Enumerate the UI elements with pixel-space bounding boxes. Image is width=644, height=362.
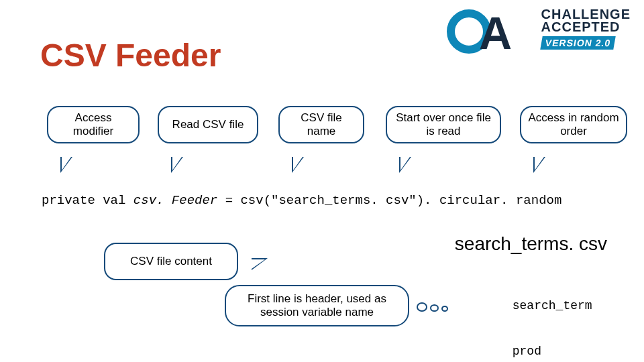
callout-label: CSV file content [130,255,212,268]
brand-text: CHALLENGE ACCEPTED VERSION 2.0 [541,7,631,50]
code-line: private val csv. Feeder = csv("search_te… [42,193,561,208]
callout-access-modifier: Access modifier [47,106,140,143]
code-identifier: csv. Feeder [133,193,217,208]
cloud-puffs-icon [414,302,448,315]
callout-label: First line is header, used as session va… [234,292,400,320]
callout-label: Access in random order [527,111,621,139]
callout-read-csv: Read CSV file [158,106,258,143]
callout-first-line-header: First line is header, used as session va… [225,285,409,326]
file-line: prod [513,344,614,359]
callout-label: Read CSV file [172,118,244,131]
callout-csv-file-content: CSV file content [104,243,238,280]
brand-version-badge: VERSION 2.0 [540,36,616,50]
code-rest: = csv("search_terms. csv"). circular. ra… [217,193,561,208]
file-name-heading: search_terms. csv [455,233,607,255]
brand-line2: ACCEPTED [541,19,631,35]
callout-csv-file-name: CSV file name [278,106,364,143]
callout-label: CSV file name [285,111,358,139]
file-line: search_term [513,298,614,314]
brand-letter: A [479,7,509,59]
code-keyword: private val [42,193,133,208]
page-title: CSV Feeder [40,37,221,74]
brand-logo-icon: A [449,12,510,66]
callout-random-order: Access in random order [520,106,627,143]
callout-label: Access modifier [54,111,133,139]
callout-start-over: Start over once file is read [386,106,501,143]
file-content: search_term prod product 1 hello search.… [513,268,614,362]
callout-label: Start over once file is read [392,111,494,139]
